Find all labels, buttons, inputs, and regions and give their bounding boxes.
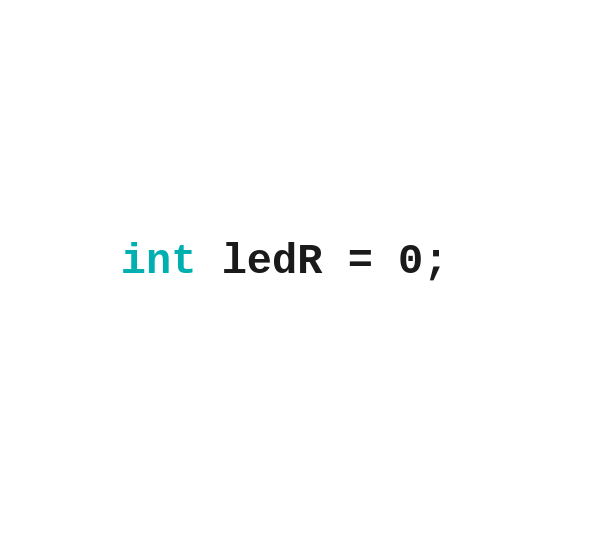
code-line-1: int ledR = 0;	[20, 159, 474, 367]
code-line-2: int ledG = 2;	[20, 505, 474, 543]
code-rest-1: ledR = 0;	[196, 238, 448, 286]
keyword-int-1: int	[121, 238, 197, 286]
code-block: int ledR = 0; int ledG = 2; int ledB = 1…	[0, 10, 494, 543]
